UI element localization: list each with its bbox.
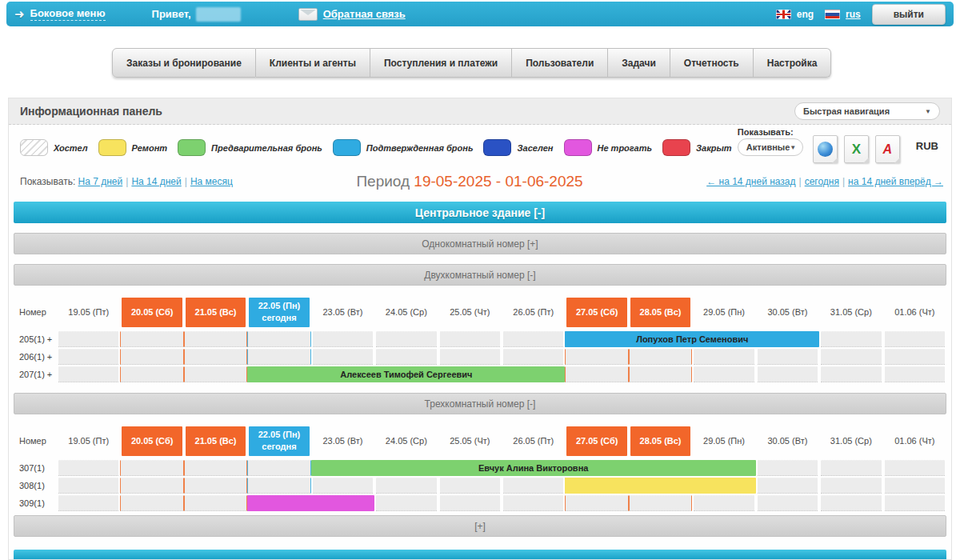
room-type-header[interactable]: Однокомнатный номер [+] (14, 233, 946, 254)
calendar-cell[interactable] (503, 478, 563, 494)
calendar-cell[interactable] (503, 331, 563, 347)
expand-more-bar[interactable]: [+] (14, 515, 946, 537)
excel-export-icon[interactable]: X (844, 135, 869, 163)
calendar-cell[interactable] (58, 495, 118, 511)
calendar-cell[interactable] (313, 478, 373, 494)
calendar-cell[interactable] (440, 478, 500, 494)
room-type-header[interactable]: Двухкомнатный номер [-] (14, 264, 946, 286)
quick-navigation-select[interactable]: Быстрая навигация ▼ (794, 102, 940, 120)
show-filter-select[interactable]: Активные ▼ (738, 138, 803, 156)
calendar-cell[interactable] (184, 366, 247, 382)
calendar-cell[interactable] (184, 495, 247, 511)
next-building-header[interactable] (14, 550, 946, 559)
nav-tab[interactable]: Заказы и бронирование (112, 48, 256, 78)
web-export-icon[interactable] (813, 135, 838, 163)
calendar-cell[interactable] (694, 495, 754, 511)
calendar-cell[interactable] (247, 349, 310, 365)
calendar-cell[interactable] (565, 366, 628, 382)
building-header[interactable]: Центральное здание [-] (14, 202, 946, 223)
nav-tab[interactable]: Клиенты и агенты (256, 48, 370, 78)
room-label[interactable]: 205(1) + (14, 330, 57, 348)
calendar-cell[interactable] (184, 460, 247, 476)
calendar-cell[interactable] (821, 495, 881, 511)
calendar-cell[interactable] (885, 478, 945, 494)
calendar-cell[interactable] (376, 495, 436, 511)
calendar-cell[interactable] (58, 460, 118, 476)
calendar-cell[interactable] (758, 366, 818, 382)
calendar-cell[interactable] (58, 331, 118, 347)
calendar-cell[interactable] (313, 331, 373, 347)
calendar-cell[interactable] (58, 349, 118, 365)
calendar-cell[interactable] (376, 349, 436, 365)
period-forward-link[interactable]: на 14 дней вперёд → (848, 176, 943, 187)
room-label[interactable]: 207(1) + (14, 366, 57, 383)
calendar-cell[interactable] (120, 460, 183, 476)
calendar-cell[interactable] (629, 495, 692, 511)
booking-bar[interactable]: Алексеев Тимофей Сергеевич (247, 366, 565, 382)
lang-rus-link[interactable]: rus (846, 9, 861, 20)
pdf-export-icon[interactable]: A (875, 135, 900, 163)
period-back-link[interactable]: ← на 14 дней назад (706, 176, 795, 187)
calendar-cell[interactable] (885, 366, 945, 382)
calendar-cell[interactable] (120, 478, 183, 494)
calendar-cell[interactable] (565, 495, 628, 511)
calendar-cell[interactable] (821, 366, 881, 382)
calendar-cell[interactable] (758, 460, 818, 476)
calendar-cell[interactable] (440, 495, 500, 511)
calendar-cell[interactable] (885, 495, 945, 511)
calendar-cell[interactable] (184, 478, 247, 494)
calendar-cell[interactable] (821, 349, 881, 365)
calendar-cell[interactable] (247, 460, 310, 476)
calendar-cell[interactable] (758, 349, 818, 365)
calendar-cell[interactable] (885, 349, 945, 365)
calendar-cell[interactable] (247, 478, 310, 494)
calendar-cell[interactable] (758, 495, 818, 511)
room-label[interactable]: 308(1) (14, 477, 57, 494)
feedback-link[interactable]: Обратная связь (323, 8, 406, 20)
nav-tab[interactable]: Задачи (608, 48, 670, 78)
calendar-cell[interactable] (885, 460, 945, 476)
calendar-cell[interactable] (694, 349, 754, 365)
calendar-cell[interactable] (821, 331, 881, 347)
side-menu-link[interactable]: Боковое меню (30, 7, 106, 21)
room-label[interactable]: 307(1) (14, 459, 57, 477)
calendar-cell[interactable] (758, 478, 818, 494)
booking-bar[interactable]: Евчук Алина Викторовна (311, 460, 756, 476)
period-today-link[interactable]: сегодня (805, 176, 839, 187)
calendar-cell[interactable] (184, 349, 247, 365)
nav-tab[interactable]: Настройка (754, 48, 832, 78)
calendar-cell[interactable] (565, 349, 628, 365)
calendar-cell[interactable] (58, 366, 118, 382)
calendar-cell[interactable] (821, 460, 881, 476)
calendar-cell[interactable] (184, 331, 247, 347)
calendar-cell[interactable] (629, 349, 692, 365)
calendar-cell[interactable] (120, 349, 183, 365)
booking-bar[interactable] (247, 495, 374, 511)
calendar-cell[interactable] (376, 331, 436, 347)
booking-bar[interactable]: Лопухов Петр Семенович (565, 331, 819, 347)
logout-button[interactable]: выйти (872, 4, 946, 25)
calendar-cell[interactable] (58, 478, 118, 494)
room-type-header[interactable]: Трехкомнатный номер [-] (14, 393, 946, 414)
nav-tab[interactable]: Поступления и платежи (370, 48, 512, 78)
calendar-cell[interactable] (120, 495, 183, 511)
calendar-cell[interactable] (821, 478, 881, 494)
calendar-cell[interactable] (247, 331, 310, 347)
range-link[interactable]: На месяц (190, 176, 233, 187)
nav-tab[interactable]: Отчетность (670, 48, 754, 78)
calendar-cell[interactable] (503, 349, 563, 365)
lang-eng-link[interactable]: eng (797, 9, 814, 20)
calendar-cell[interactable] (629, 366, 692, 382)
room-label[interactable]: 309(1) (14, 494, 57, 512)
calendar-cell[interactable] (120, 366, 183, 382)
range-link[interactable]: На 14 дней (131, 176, 181, 187)
calendar-cell[interactable] (694, 366, 754, 382)
nav-tab[interactable]: Пользователи (512, 48, 608, 78)
calendar-cell[interactable] (885, 331, 945, 347)
calendar-cell[interactable] (440, 349, 500, 365)
calendar-cell[interactable] (440, 331, 500, 347)
calendar-cell[interactable] (503, 495, 563, 511)
calendar-cell[interactable] (376, 478, 436, 494)
calendar-cell[interactable] (313, 349, 373, 365)
booking-bar[interactable] (565, 478, 755, 494)
